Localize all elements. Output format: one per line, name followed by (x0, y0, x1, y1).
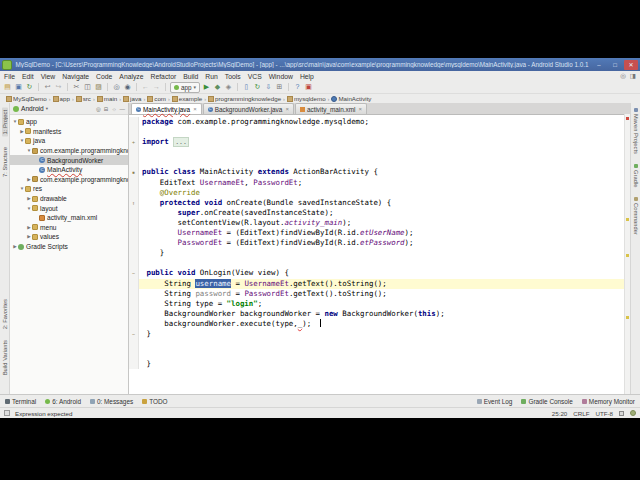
paste-icon[interactable]: ▨ (94, 82, 103, 92)
code-line[interactable] (129, 147, 630, 157)
code-line[interactable]: ▪public class MainActivity extends Actio… (129, 167, 630, 177)
code-line[interactable]: setContentView(R.layout.activity_main); (129, 218, 630, 228)
tab-mainactivity-java[interactable]: CMainActivity.java× (131, 103, 202, 114)
menu-item-view[interactable]: View (41, 73, 56, 80)
run-icon[interactable]: ▶ (202, 82, 211, 92)
tool-button-maven-projects[interactable]: Maven Projects (633, 108, 639, 154)
breadcrumb-item-mysqldemo[interactable]: MySqlDemo (6, 95, 47, 102)
code-line[interactable]: ↑ protected void onCreate(Bundle savedIn… (129, 198, 630, 208)
run-config-selector[interactable]: app▾ (170, 82, 200, 93)
tree-item-backgroundworker[interactable]: CBackgroundWorker (10, 155, 128, 165)
search-everywhere-icon[interactable]: ◎ (620, 72, 626, 80)
code-line[interactable]: backgroundWorker.execute(type,_); (129, 319, 630, 329)
tool-button-terminal[interactable]: Terminal (5, 398, 36, 405)
debug-icon[interactable]: ◆ (213, 82, 222, 92)
find-icon[interactable]: ◎ (112, 82, 121, 92)
hector-inspections-icon[interactable] (630, 410, 636, 416)
close-icon[interactable]: × (285, 106, 289, 112)
stripe-mark[interactable] (626, 218, 629, 221)
code-line[interactable]: @Override (129, 188, 630, 198)
code-line[interactable]: PasswordEt = (EditText)findViewById(R.id… (129, 238, 630, 248)
code-line[interactable]: BackgroundWorker backgroundWorker = new … (129, 309, 630, 319)
code-line[interactable] (129, 127, 630, 137)
menu-item-refactor[interactable]: Refactor (151, 73, 177, 80)
tool-button-0-messages[interactable]: 0: Messages (90, 398, 133, 405)
minimize-button[interactable]: – (592, 60, 606, 70)
encoding-selector[interactable]: UTF-8 (595, 410, 613, 417)
close-icon[interactable]: × (359, 106, 363, 112)
tree-item-layout[interactable]: ▼layout (10, 203, 128, 213)
cut-icon[interactable]: ✂ (72, 82, 81, 92)
menu-item-code[interactable]: Code (96, 73, 112, 80)
menu-item-window[interactable]: Window (269, 73, 293, 80)
stripe-mark[interactable] (626, 254, 629, 257)
code-line[interactable]: String username = UsernameEt.getText().t… (129, 279, 630, 289)
back-icon[interactable]: ← (141, 82, 150, 92)
tree-item-app[interactable]: ▼app (10, 117, 128, 127)
project-view-selector[interactable]: Android (21, 105, 44, 112)
tree-item-gradle-scripts[interactable]: ▶Gradle Scripts (10, 242, 128, 252)
tab-activity-main-xml[interactable]: activity_main.xml× (295, 103, 367, 114)
code-line[interactable] (129, 349, 630, 359)
menu-item-tools[interactable]: Tools (225, 73, 241, 80)
breadcrumb-item-com[interactable]: com (147, 95, 166, 102)
open-icon[interactable]: ▤ (3, 82, 12, 92)
tool-button-memory-monitor[interactable]: Memory Monitor (582, 398, 635, 405)
toolwindow-toggle-icon[interactable] (4, 410, 10, 416)
sdk-manager-icon[interactable]: ⇩ (264, 82, 273, 92)
copy-icon[interactable]: ◫ (83, 82, 92, 92)
save-all-icon[interactable]: ▣ (14, 82, 23, 92)
maximize-button[interactable]: □ (608, 60, 622, 70)
tool-button-7-structure[interactable]: 7: Structure (2, 147, 8, 177)
menu-item-file[interactable]: File (4, 73, 15, 80)
redo-icon[interactable]: ↪ (54, 82, 63, 92)
tree-item-com-example-programmingknowledge-mysqldemo[interactable]: ▶com.example.programmingknowledge.mysqld… (10, 175, 128, 185)
menu-item-run[interactable]: Run (205, 73, 217, 80)
refresh-icon[interactable]: ↻ (25, 82, 34, 92)
code-line[interactable]: − } (129, 329, 630, 339)
breadcrumb-item-mainactivity[interactable]: MainActivity (331, 95, 371, 102)
tool-button-6-android[interactable]: 6: Android (45, 398, 81, 405)
menu-item-navigate[interactable]: Navigate (62, 73, 89, 80)
forward-icon[interactable]: → (152, 82, 161, 92)
menu-item-build[interactable]: Build (183, 73, 198, 80)
tool-button-2-favorites[interactable]: 2: Favorites (2, 299, 8, 329)
tree-item-res[interactable]: ▼res (10, 184, 128, 194)
tool-button-todo[interactable]: TODO (142, 398, 167, 405)
readonly-lock-icon[interactable] (619, 411, 624, 416)
tool-button-build-variants[interactable]: Build Variants (2, 340, 8, 375)
tool-button-gradle[interactable]: Gradle (633, 164, 639, 187)
breadcrumb-item-mysqldemo[interactable]: mysqldemo (287, 95, 326, 102)
menu-item-vcs[interactable]: VCS (248, 73, 262, 80)
code-line[interactable]: UsernameEt = (EditText)findViewById(R.id… (129, 228, 630, 238)
tree-item-java[interactable]: ▼java (10, 136, 128, 146)
replace-icon[interactable]: ◉ (123, 82, 132, 92)
breadcrumb-item-java[interactable]: java (123, 95, 141, 102)
code-line[interactable]: +import ... (129, 137, 630, 147)
tree-item-manifests[interactable]: ▶manifests (10, 127, 128, 137)
code-line[interactable]: } (129, 359, 630, 369)
sync-gradle-icon[interactable]: ↻ (253, 82, 262, 92)
tool-button-commander[interactable]: Commander (633, 197, 639, 235)
caret-position[interactable]: 25:20 (552, 410, 567, 417)
code-line[interactable]: } (129, 248, 630, 258)
tree-item-menu[interactable]: ▶menu (10, 223, 128, 233)
code-line[interactable]: String type = "login"; (129, 299, 630, 309)
code-editor[interactable]: package com.example.programmingknowledge… (129, 115, 630, 394)
breadcrumb-item-example[interactable]: example (172, 95, 202, 102)
code-line[interactable]: EditText UsernameEt, PasswordEt; (129, 178, 630, 188)
tree-item-drawable[interactable]: ▶drawable (10, 194, 128, 204)
project-structure-icon[interactable]: ⊞ (275, 82, 284, 92)
code-line[interactable]: String password = PasswordEt.getText().t… (129, 289, 630, 299)
settings-icon[interactable]: ☼ (111, 106, 116, 112)
code-line[interactable]: − public void OnLogin(View view) { (129, 268, 630, 278)
coverage-icon[interactable]: ◈ (224, 82, 233, 92)
code-line[interactable] (129, 339, 630, 349)
chevron-down-icon[interactable]: ▾ (46, 106, 48, 111)
scroll-from-source-icon[interactable]: ◎ (96, 106, 101, 112)
tool-button-event-log[interactable]: Event Log (477, 398, 513, 405)
menu-item-edit[interactable]: Edit (22, 73, 34, 80)
tree-item-com-example-programmingknowledge-mysqldemo[interactable]: ▼com.example.programmingknowledge.mysqld… (10, 146, 128, 156)
error-stripe-scrollbar[interactable] (624, 114, 630, 394)
collapse-all-icon[interactable]: ⊟ (104, 106, 109, 112)
